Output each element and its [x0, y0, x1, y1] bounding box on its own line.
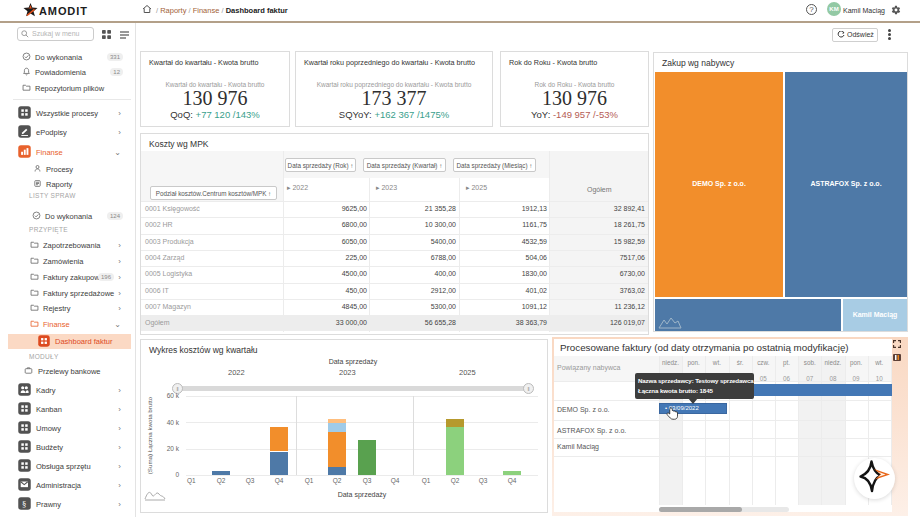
svg-text:§: § — [22, 499, 26, 509]
